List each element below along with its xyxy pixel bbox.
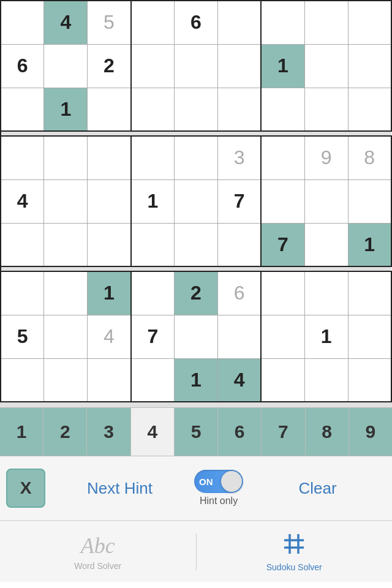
next-hint-button[interactable]: Next Hint bbox=[51, 479, 188, 498]
grid-cell[interactable] bbox=[44, 136, 88, 179]
grid-cell[interactable] bbox=[217, 44, 261, 88]
word-solver-button[interactable]: Abc Word Solver bbox=[0, 521, 196, 582]
grid-cell[interactable] bbox=[131, 223, 175, 266]
grid-cell[interactable] bbox=[304, 179, 348, 223]
grid-cell[interactable]: 9 bbox=[304, 136, 348, 179]
grid-cell[interactable]: 1 bbox=[131, 179, 175, 223]
grid-cell[interactable] bbox=[131, 44, 175, 88]
grid-cell[interactable] bbox=[304, 1, 348, 44]
grid-cell[interactable] bbox=[131, 1, 175, 44]
grid-cell[interactable] bbox=[261, 179, 304, 223]
grid-cell[interactable] bbox=[44, 271, 88, 315]
grid-cell[interactable] bbox=[348, 315, 391, 358]
grid-cell[interactable] bbox=[44, 223, 88, 266]
grid-cell[interactable] bbox=[217, 315, 261, 358]
grid-cell[interactable] bbox=[304, 358, 348, 402]
numpad-button-9[interactable]: 9 bbox=[349, 408, 392, 456]
grid-cell[interactable] bbox=[304, 44, 348, 88]
grid-cell[interactable] bbox=[88, 179, 131, 223]
x-button[interactable]: X bbox=[6, 469, 45, 508]
grid-cell[interactable]: 3 bbox=[217, 136, 261, 179]
next-hint-label: Next Hint bbox=[87, 479, 153, 497]
numpad-button-7[interactable]: 7 bbox=[262, 408, 305, 456]
grid-cell[interactable] bbox=[217, 1, 261, 44]
grid-cell[interactable] bbox=[131, 88, 175, 131]
numpad-button-8[interactable]: 8 bbox=[306, 408, 349, 456]
numpad[interactable]: 123456789 bbox=[0, 407, 392, 456]
grid-cell[interactable] bbox=[261, 136, 304, 179]
grid-cell[interactable] bbox=[217, 223, 261, 266]
grid-cell[interactable] bbox=[44, 358, 88, 402]
clear-button[interactable]: Clear bbox=[249, 479, 386, 498]
grid-cell[interactable] bbox=[131, 358, 175, 402]
grid-cell[interactable] bbox=[131, 136, 175, 179]
grid-cell[interactable] bbox=[261, 315, 304, 358]
grid-cell[interactable]: 7 bbox=[261, 223, 304, 266]
grid-cell[interactable]: 1 bbox=[261, 44, 304, 88]
grid-cell[interactable] bbox=[88, 223, 131, 266]
grid-cell[interactable] bbox=[175, 136, 218, 179]
grid-cell[interactable] bbox=[175, 88, 218, 131]
grid-cell[interactable] bbox=[44, 44, 88, 88]
grid-cell[interactable]: 4 bbox=[1, 179, 44, 223]
grid-cell[interactable] bbox=[1, 136, 44, 179]
grid-cell[interactable]: 7 bbox=[217, 179, 261, 223]
numpad-button-5[interactable]: 5 bbox=[175, 408, 218, 456]
grid-cell[interactable] bbox=[261, 1, 304, 44]
numpad-button-4[interactable]: 4 bbox=[131, 408, 175, 456]
grid-cell[interactable]: 2 bbox=[88, 44, 131, 88]
hint-only-toggle[interactable]: ON bbox=[194, 470, 243, 493]
grid-cell[interactable]: 5 bbox=[88, 1, 131, 44]
grid-cell[interactable]: 6 bbox=[175, 1, 218, 44]
grid-cell[interactable]: 2 bbox=[175, 271, 218, 315]
numpad-button-1[interactable]: 1 bbox=[0, 408, 43, 456]
grid-cell[interactable]: 1 bbox=[304, 315, 348, 358]
sudoku-grid[interactable]: 456621139841771126547114 bbox=[0, 0, 392, 402]
grid-cell[interactable]: 8 bbox=[348, 136, 391, 179]
grid-cell[interactable] bbox=[88, 136, 131, 179]
grid-cell[interactable]: 5 bbox=[1, 315, 44, 358]
grid-cell[interactable] bbox=[304, 88, 348, 131]
grid-cell[interactable] bbox=[348, 179, 391, 223]
grid-cell[interactable]: 1 bbox=[88, 271, 131, 315]
numpad-button-3[interactable]: 3 bbox=[87, 408, 130, 456]
grid-cell[interactable] bbox=[348, 1, 391, 44]
grid-cell[interactable]: 1 bbox=[44, 88, 88, 131]
sudoku-solver-button[interactable]: Sudoku Solver bbox=[197, 521, 393, 582]
grid-cell[interactable] bbox=[348, 271, 391, 315]
numpad-button-2[interactable]: 2 bbox=[43, 408, 87, 456]
grid-cell[interactable] bbox=[131, 271, 175, 315]
grid-cell[interactable] bbox=[261, 358, 304, 402]
grid-cell[interactable]: 4 bbox=[88, 315, 131, 358]
grid-cell[interactable]: 1 bbox=[348, 223, 391, 266]
grid-cell[interactable] bbox=[44, 315, 88, 358]
grid-cell[interactable] bbox=[175, 223, 218, 266]
grid-cell[interactable] bbox=[304, 271, 348, 315]
grid-cell[interactable] bbox=[175, 44, 218, 88]
grid-cell[interactable] bbox=[88, 358, 131, 402]
grid-cell[interactable] bbox=[1, 358, 44, 402]
grid-cell[interactable] bbox=[1, 88, 44, 131]
grid-cell[interactable] bbox=[304, 223, 348, 266]
grid-cell[interactable] bbox=[261, 88, 304, 131]
grid-cell[interactable] bbox=[1, 223, 44, 266]
grid-cell[interactable]: 4 bbox=[217, 358, 261, 402]
numpad-button-6[interactable]: 6 bbox=[218, 408, 262, 456]
grid-cell[interactable] bbox=[217, 88, 261, 131]
grid-cell[interactable] bbox=[44, 179, 88, 223]
word-solver-label: Word Solver bbox=[74, 561, 121, 571]
grid-cell[interactable] bbox=[175, 315, 218, 358]
grid-cell[interactable]: 7 bbox=[131, 315, 175, 358]
grid-cell[interactable]: 6 bbox=[217, 271, 261, 315]
grid-cell[interactable]: 4 bbox=[44, 1, 88, 44]
grid-cell[interactable] bbox=[88, 88, 131, 131]
grid-cell[interactable] bbox=[348, 88, 391, 131]
grid-cell[interactable] bbox=[1, 271, 44, 315]
grid-cell[interactable]: 1 bbox=[175, 358, 218, 402]
grid-cell[interactable] bbox=[1, 1, 44, 44]
grid-cell[interactable] bbox=[261, 271, 304, 315]
grid-cell[interactable] bbox=[348, 44, 391, 88]
grid-cell[interactable] bbox=[348, 358, 391, 402]
grid-cell[interactable] bbox=[175, 179, 218, 223]
grid-cell[interactable]: 6 bbox=[1, 44, 44, 88]
